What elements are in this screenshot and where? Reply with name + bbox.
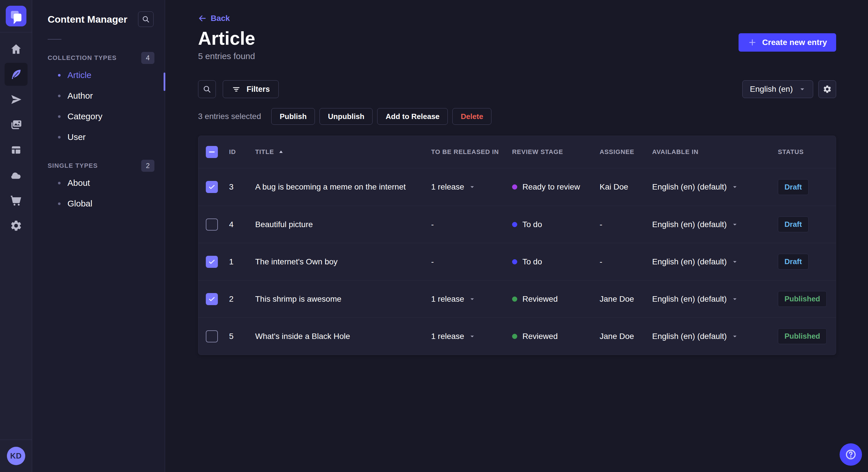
filter-icon	[231, 85, 241, 94]
delete-button[interactable]: Delete	[453, 108, 491, 125]
add-to-release-button[interactable]: Add to Release	[377, 108, 448, 125]
column-header-assignee[interactable]: ASSIGNEE	[600, 148, 652, 156]
toolbar: Filters English (en)	[198, 80, 836, 98]
filters-button[interactable]: Filters	[223, 80, 279, 98]
view-settings-button[interactable]	[818, 80, 836, 98]
gear-icon	[823, 85, 832, 94]
release-caret[interactable]	[469, 184, 475, 190]
release-text: 1 release	[431, 295, 464, 304]
status-badge: Draft	[778, 179, 809, 195]
bullet-icon	[58, 202, 61, 205]
indeterminate-dash-icon	[209, 151, 215, 153]
back-link[interactable]: Back	[198, 12, 230, 24]
table-row: 5 What's inside a Black Hole 1 release R…	[198, 317, 836, 355]
content-manager-feather-icon[interactable]	[5, 63, 28, 86]
sidebar-item-author[interactable]: Author	[32, 86, 165, 106]
bullet-icon	[58, 74, 61, 76]
column-header-stage[interactable]: REVIEW STAGE	[512, 148, 600, 156]
status-badge: Published	[778, 291, 827, 307]
locale-caret[interactable]	[732, 334, 738, 339]
nav-rail: KD	[0, 0, 32, 472]
locale-text: English (en) (default)	[652, 257, 727, 266]
cell-available-in[interactable]: English (en) (default)	[652, 295, 778, 304]
bullet-icon	[58, 136, 61, 138]
cell-release[interactable]: 1 release	[431, 182, 512, 192]
stage-text: Reviewed	[522, 295, 558, 304]
stage-text: Reviewed	[522, 332, 558, 341]
locale-caret[interactable]	[732, 296, 738, 302]
create-new-entry-button[interactable]: Create new entry	[739, 33, 836, 52]
marketplace-cart-icon[interactable]	[7, 191, 25, 210]
row-checkbox[interactable]	[206, 293, 218, 305]
content-type-builder-icon[interactable]	[7, 141, 25, 159]
column-header-title[interactable]: TITLE	[255, 148, 431, 156]
cell-available-in[interactable]: English (en) (default)	[652, 182, 778, 192]
row-checkbox[interactable]	[206, 181, 218, 193]
cell-id: 4	[229, 220, 255, 229]
cloud-icon[interactable]	[7, 166, 25, 184]
cell-release[interactable]: -	[431, 257, 512, 266]
cell-available-in[interactable]: English (en) (default)	[652, 220, 778, 229]
sidebar-item-user[interactable]: User	[32, 127, 165, 147]
media-library-icon[interactable]	[7, 115, 25, 134]
check-icon	[208, 258, 216, 266]
selection-summary: 3 entries selected	[198, 112, 261, 121]
locale-caret[interactable]	[732, 222, 738, 227]
cell-release[interactable]: 1 release	[431, 332, 512, 341]
column-header-available[interactable]: AVAILABLE IN	[652, 148, 778, 156]
column-header-id[interactable]: ID	[229, 148, 255, 156]
table-header-row: ID TITLE TO BE RELEASED IN REVIEW STAGE …	[198, 136, 836, 168]
locale-caret[interactable]	[732, 184, 738, 190]
cell-title[interactable]: A bug is becoming a meme on the internet	[255, 182, 431, 192]
row-checkbox[interactable]	[206, 218, 218, 231]
sort-asc-icon	[278, 149, 284, 155]
sidebar-item-about[interactable]: About	[32, 173, 165, 193]
publish-button[interactable]: Publish	[271, 108, 315, 125]
user-avatar[interactable]: KD	[7, 447, 25, 465]
strapi-logo-icon[interactable]	[6, 6, 26, 26]
cell-review-stage: Reviewed	[512, 295, 600, 304]
locale-select[interactable]: English (en)	[742, 80, 813, 98]
sidebar-item-category[interactable]: Category	[32, 106, 165, 127]
select-all-checkbox[interactable]	[206, 146, 218, 158]
release-text: 1 release	[431, 182, 464, 192]
locale-text: English (en) (default)	[652, 220, 727, 229]
sidebar-search-button[interactable]	[138, 11, 154, 27]
cell-title[interactable]: Beautiful picture	[255, 220, 431, 229]
cell-title[interactable]: What's inside a Black Hole	[255, 332, 431, 341]
stage-text: Ready to review	[522, 182, 580, 192]
cell-id: 3	[229, 182, 255, 192]
cell-release[interactable]: -	[431, 220, 512, 229]
locale-caret[interactable]	[732, 259, 738, 265]
sidebar-item-global[interactable]: Global	[32, 193, 165, 214]
release-caret[interactable]	[469, 334, 475, 339]
cell-assignee: Kai Doe	[600, 182, 652, 192]
release-caret[interactable]	[469, 296, 475, 302]
releases-paper-plane-icon[interactable]	[7, 90, 25, 109]
search-button[interactable]	[198, 80, 216, 98]
main-content: Back Article 5 entries found Create new …	[165, 0, 868, 472]
home-icon[interactable]	[7, 40, 25, 58]
cell-release[interactable]: 1 release	[431, 295, 512, 304]
row-checkbox[interactable]	[206, 256, 218, 268]
sidebar-item-article[interactable]: Article	[32, 65, 165, 86]
column-header-release[interactable]: TO BE RELEASED IN	[431, 148, 512, 156]
cell-available-in[interactable]: English (en) (default)	[652, 257, 778, 266]
cell-assignee: -	[600, 257, 652, 266]
column-header-status[interactable]: STATUS	[778, 148, 836, 156]
settings-gear-icon[interactable]	[7, 216, 25, 235]
unpublish-button[interactable]: Unpublish	[319, 108, 373, 125]
sidebar-item-label: Author	[67, 91, 93, 101]
bullet-icon	[58, 95, 61, 97]
locale-text: English (en) (default)	[652, 332, 727, 341]
cell-review-stage: Reviewed	[512, 332, 600, 341]
row-checkbox[interactable]	[206, 330, 218, 342]
cell-title[interactable]: The internet's Own boy	[255, 257, 431, 266]
cell-title[interactable]: This shrimp is awesome	[255, 295, 431, 304]
status-badge: Draft	[778, 216, 809, 232]
entries-count: 5 entries found	[198, 51, 836, 61]
table-row: 1 The internet's Own boy - To do - Engli…	[198, 243, 836, 280]
cell-available-in[interactable]: English (en) (default)	[652, 332, 778, 341]
help-button[interactable]	[840, 443, 862, 466]
question-circle-icon	[845, 448, 857, 461]
